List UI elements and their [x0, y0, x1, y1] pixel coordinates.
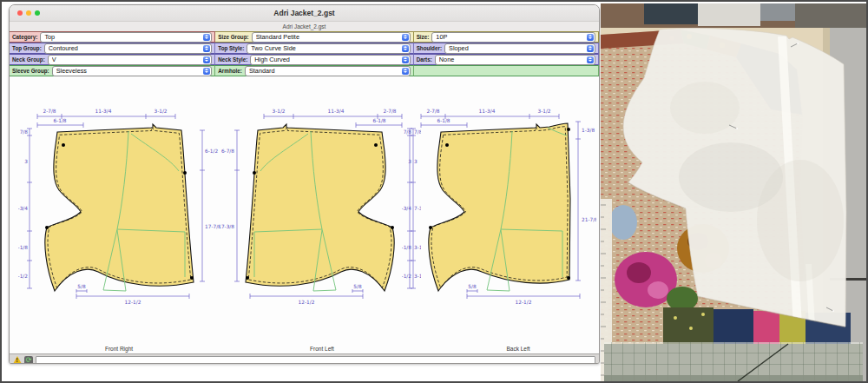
- piece-label-front-right: Front Right: [58, 346, 180, 352]
- stepper-icon[interactable]: [587, 56, 594, 63]
- top-style-dropdown[interactable]: Two Curve Side: [247, 43, 410, 54]
- zoom-button[interactable]: [35, 10, 40, 16]
- sleeve-group-value: Sleeveless: [56, 67, 204, 75]
- svg-text:7/8: 7/8: [404, 129, 412, 135]
- selector-neck-style: Neck Style: High Curved: [215, 54, 413, 65]
- svg-text:11-3/4: 11-3/4: [95, 109, 112, 114]
- svg-text:6-1/8: 6-1/8: [437, 118, 450, 123]
- armhole-value: Standard: [249, 67, 402, 75]
- minimize-button[interactable]: [26, 10, 31, 16]
- selector-neck-group: Neck Group: V: [10, 54, 215, 65]
- window-title: Adri Jacket_2.gst: [273, 9, 334, 17]
- window-controls: [17, 10, 40, 16]
- stepper-icon[interactable]: [402, 34, 409, 41]
- cutting-mat: [604, 342, 863, 381]
- top-group-value: Contoured: [49, 44, 203, 52]
- category-value: Top: [44, 33, 203, 41]
- swirl-patch: [609, 205, 637, 240]
- stepper-icon[interactable]: [402, 45, 409, 52]
- stepper-icon[interactable]: [402, 56, 409, 63]
- svg-text:6-7/8: 6-7/8: [221, 149, 234, 154]
- svg-text:3-1/2: 3-1/2: [154, 109, 167, 114]
- selector-row-category: Category: Top Size Group: Standard Petit…: [10, 31, 599, 43]
- stepper-icon[interactable]: [203, 56, 210, 63]
- selector-armhole: Armhole: Standard: [215, 65, 413, 76]
- darts-dropdown[interactable]: None: [435, 55, 595, 65]
- top-group-dropdown[interactable]: Contoured: [44, 43, 212, 54]
- selector-size-group: Size Group: Standard Petite: [215, 31, 413, 43]
- refresh-icon[interactable]: [24, 356, 33, 365]
- neck-group-label: Neck Group:: [12, 56, 45, 63]
- size-group-dropdown[interactable]: Standard Petite: [252, 32, 411, 43]
- neck-style-dropdown[interactable]: High Curved: [250, 55, 410, 65]
- svg-text:3-1/8: 3-1/8: [402, 245, 411, 250]
- status-field[interactable]: [36, 356, 595, 365]
- selector-darts: Darts: None: [414, 54, 599, 65]
- svg-text:7-3/4: 7-3/4: [18, 206, 28, 211]
- stepper-icon[interactable]: [203, 45, 210, 52]
- neck-group-dropdown[interactable]: V: [48, 55, 213, 65]
- svg-text:3: 3: [408, 159, 411, 164]
- category-label: Category:: [12, 34, 37, 40]
- svg-text:6-1/2: 6-1/2: [205, 149, 218, 154]
- selector-row-neck: Neck Group: V Neck Style: High Curved Da…: [10, 54, 599, 65]
- photo-panel: [601, 3, 866, 381]
- selector-category: Category: Top: [10, 31, 215, 43]
- darts-label: Darts:: [417, 56, 432, 63]
- selector-top-style: Top Style: Two Curve Side: [215, 43, 413, 54]
- close-button[interactable]: [17, 10, 23, 16]
- piece-label-back-left: Back Left: [457, 346, 579, 352]
- stepper-icon[interactable]: [203, 68, 210, 75]
- app-window: Adri Jacket_2.gst Adri Jacket_2.gst Cate…: [9, 4, 600, 364]
- neck-style-label: Neck Style:: [218, 56, 247, 63]
- size-dropdown[interactable]: 10P: [431, 32, 595, 43]
- svg-text:6-1/8: 6-1/8: [372, 118, 385, 123]
- pattern-piece-front-left: 3-1/2 11-3/4 2-7/8 6-1/8 6-7/8 17-3/8 7/…: [220, 99, 421, 318]
- size-group-label: Size Group:: [218, 34, 248, 40]
- svg-text:2-7/8: 2-7/8: [43, 109, 56, 114]
- selector-shoulder: Shoulder: Sloped: [414, 43, 599, 54]
- selector-row-top: Top Group: Contoured Top Style: Two Curv…: [10, 43, 599, 54]
- svg-text:7/8: 7/8: [20, 129, 29, 135]
- svg-text:17-3/8: 17-3/8: [220, 224, 234, 229]
- armhole-dropdown[interactable]: Standard: [245, 66, 411, 76]
- stepper-icon[interactable]: [203, 34, 210, 41]
- document-subtitle-bar: Adri Jacket_2.gst: [10, 22, 599, 31]
- shoulder-dropdown[interactable]: Sloped: [444, 43, 595, 54]
- stepper-icon[interactable]: [402, 68, 409, 75]
- svg-text:12-1/2: 12-1/2: [125, 300, 141, 305]
- size-value: 10P: [436, 33, 587, 41]
- title-bar: Adri Jacket_2.gst: [10, 5, 599, 22]
- svg-text:7-3/4: 7-3/4: [402, 206, 411, 211]
- svg-text:11-3/4: 11-3/4: [479, 109, 496, 114]
- svg-text:3-1/2: 3-1/2: [537, 109, 550, 114]
- pattern-piece-back-left: 2-7/8 11-3/4 3-1/2 6-1/8 7/8 3 7-3/4 3-1…: [402, 99, 596, 318]
- neck-group-value: V: [52, 56, 204, 63]
- sleeve-group-label: Sleeve Group:: [12, 68, 49, 74]
- warning-icon[interactable]: [13, 356, 22, 364]
- svg-text:17-7/8: 17-7/8: [205, 224, 220, 229]
- svg-text:3-1/2: 3-1/2: [272, 109, 285, 114]
- selector-sleeve-group: Sleeve Group: Sleeveless: [10, 65, 215, 76]
- stepper-icon[interactable]: [587, 45, 594, 52]
- sleeve-group-dropdown[interactable]: Sleeveless: [52, 66, 213, 76]
- size-group-value: Standard Petite: [256, 33, 402, 41]
- selector-size: Size: 10P: [414, 31, 599, 43]
- svg-text:21-7/8: 21-7/8: [582, 217, 596, 222]
- svg-text:3: 3: [24, 159, 28, 164]
- svg-text:2-7/8: 2-7/8: [383, 109, 396, 114]
- svg-text:2-7/8: 2-7/8: [426, 109, 439, 114]
- size-label: Size:: [417, 34, 430, 40]
- svg-text:1-3/8: 1-3/8: [582, 128, 595, 133]
- neck-style-value: High Curved: [254, 56, 401, 63]
- selector-row-spacer: [414, 65, 599, 76]
- stepper-icon[interactable]: [587, 34, 594, 41]
- piece-label-front-left: Front Left: [261, 346, 383, 352]
- svg-text:12-1/2: 12-1/2: [299, 300, 315, 305]
- top-style-label: Top Style:: [218, 45, 244, 51]
- pattern-piece-front-right: 2-7/8 11-3/4 3-1/2 6-1/8 7/8 3 7-3/4 3-1…: [18, 99, 220, 318]
- category-dropdown[interactable]: Top: [40, 32, 212, 43]
- svg-text:5/8: 5/8: [468, 284, 477, 289]
- svg-text:5/8: 5/8: [353, 284, 362, 289]
- selector-row-sleeve: Sleeve Group: Sleeveless Armhole: Standa…: [10, 65, 599, 76]
